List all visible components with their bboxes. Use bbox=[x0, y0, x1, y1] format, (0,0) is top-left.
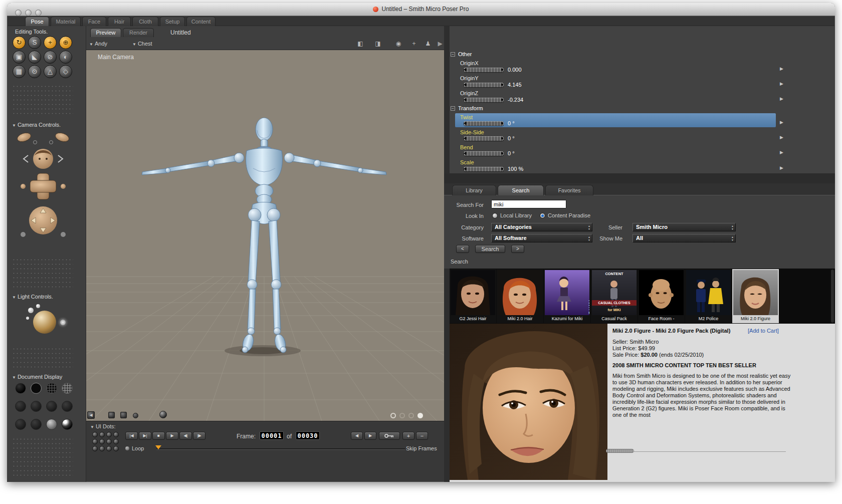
light-sphere[interactable] bbox=[33, 311, 56, 334]
figure-icon[interactable]: ♟ bbox=[424, 40, 433, 48]
current-frame-counter[interactable]: 00001 bbox=[260, 431, 284, 440]
skip-frames-label[interactable]: Skip Frames bbox=[406, 445, 437, 451]
param-menu-arrow[interactable]: ▶ bbox=[780, 135, 783, 140]
depth-cue-icon[interactable] bbox=[108, 412, 115, 418]
software-dropdown[interactable]: All Software▲▼ bbox=[491, 234, 592, 242]
morphing-tool-icon[interactable]: △ bbox=[44, 65, 57, 78]
param-menu-arrow[interactable]: ▶ bbox=[780, 165, 783, 170]
group-transform-label[interactable]: Transform bbox=[458, 105, 483, 111]
display-style-lit-wireframe[interactable] bbox=[62, 383, 73, 394]
tab-cloth[interactable]: Cloth bbox=[132, 17, 158, 26]
tracking-ball-icon[interactable] bbox=[159, 411, 167, 418]
search-result-tile[interactable]: G2 Jessi Hair bbox=[450, 269, 496, 323]
figure-menu[interactable]: ▼Andy bbox=[89, 41, 107, 47]
forward-button[interactable]: ▶ bbox=[364, 432, 376, 440]
param-label-originz[interactable]: OriginZ bbox=[460, 90, 478, 96]
tab-content[interactable]: Content bbox=[186, 17, 216, 26]
tab-preview[interactable]: Preview bbox=[90, 28, 121, 37]
chain-break-tool-icon[interactable]: ⊘ bbox=[44, 51, 57, 64]
delete-frames-button[interactable]: − bbox=[416, 432, 428, 440]
content-paradise-radio[interactable] bbox=[540, 213, 545, 218]
display-style-outline[interactable] bbox=[31, 383, 42, 394]
tab-setup[interactable]: Setup bbox=[160, 17, 185, 26]
param-label-twist[interactable]: Twist bbox=[460, 114, 473, 120]
description-scrollbar-thumb[interactable] bbox=[606, 449, 634, 453]
rewind-button[interactable]: ◀ bbox=[351, 432, 363, 440]
color-tool-icon[interactable]: ◐ bbox=[59, 51, 72, 64]
trackball-icon[interactable]: ◉ bbox=[394, 40, 403, 48]
display-style-cartoon-lined[interactable] bbox=[15, 419, 26, 430]
disclosure-icon[interactable]: ▼ bbox=[12, 295, 16, 300]
tab-hair[interactable]: Hair bbox=[108, 17, 131, 26]
ui-dot[interactable] bbox=[92, 432, 98, 437]
disclosure-icon[interactable]: ▼ bbox=[12, 375, 16, 380]
originz-dial[interactable] bbox=[464, 98, 504, 102]
ui-dot[interactable] bbox=[92, 439, 98, 444]
originx-dial[interactable] bbox=[464, 68, 504, 72]
ui-dot[interactable] bbox=[113, 439, 119, 444]
sun-icon[interactable] bbox=[60, 320, 66, 325]
next-page-button[interactable]: > bbox=[511, 245, 524, 253]
param-label-bend[interactable]: Bend bbox=[460, 144, 473, 150]
step-forward-button[interactable]: |▶ bbox=[193, 432, 205, 440]
twist-dial[interactable] bbox=[464, 121, 504, 126]
category-dropdown[interactable]: All Categories▲▼ bbox=[491, 223, 592, 231]
search-input[interactable] bbox=[491, 200, 566, 208]
preview-dot-1[interactable] bbox=[390, 413, 396, 418]
move-icon[interactable]: + bbox=[409, 40, 418, 48]
search-button[interactable]: Search bbox=[475, 245, 505, 253]
stop-button[interactable]: ■ bbox=[152, 432, 165, 440]
grouping-tool-icon[interactable]: ▦ bbox=[13, 65, 26, 78]
translate-tool-icon[interactable]: + bbox=[44, 36, 57, 49]
preview-dot-4[interactable] bbox=[417, 413, 423, 418]
end-frame-button[interactable]: ▶| bbox=[139, 432, 151, 440]
tab-library[interactable]: Library bbox=[452, 185, 496, 195]
twist-tool-icon[interactable]: S bbox=[28, 36, 41, 49]
ui-dot[interactable] bbox=[106, 446, 112, 451]
show-me-dropdown[interactable]: All▲▼ bbox=[633, 234, 736, 242]
param-value-originz[interactable]: -0.234 bbox=[508, 97, 523, 103]
ui-dot[interactable] bbox=[99, 432, 105, 437]
display-style-cartoon[interactable] bbox=[62, 401, 73, 412]
param-label-scale[interactable]: Scale bbox=[460, 159, 474, 165]
ui-dot[interactable] bbox=[99, 439, 105, 444]
description-scrollbar-track[interactable] bbox=[607, 451, 786, 452]
palette-divider[interactable] bbox=[444, 173, 835, 183]
camera-controls[interactable] bbox=[13, 130, 73, 246]
disclosure-icon[interactable]: ▼ bbox=[12, 123, 16, 128]
search-result-tile-selected[interactable]: Miki 2.0 Figure bbox=[732, 269, 779, 323]
add-keyframe-button[interactable] bbox=[379, 432, 400, 440]
display-style-flat-shaded[interactable] bbox=[31, 401, 42, 412]
shadow-toggle-icon[interactable] bbox=[120, 412, 127, 418]
camera-name-label[interactable]: Main Camera bbox=[98, 54, 134, 61]
param-label-originy[interactable]: OriginY bbox=[460, 75, 479, 81]
search-result-tile[interactable]: CONTENT CASUAL CLOTHES for MIKI Casual P… bbox=[591, 269, 638, 323]
param-label-originx[interactable]: OriginX bbox=[460, 60, 479, 66]
preview-dot-2[interactable] bbox=[399, 413, 405, 418]
scale-dial[interactable] bbox=[464, 167, 504, 171]
tab-material[interactable]: Material bbox=[51, 17, 81, 26]
light-dot[interactable] bbox=[36, 304, 40, 308]
display-style-hidden-line[interactable] bbox=[15, 401, 26, 412]
scale-tool-icon[interactable]: ▣ bbox=[13, 51, 26, 64]
param-value-twist[interactable]: 0 ° bbox=[508, 120, 515, 126]
ui-dot[interactable] bbox=[113, 432, 119, 437]
rotate-tool-icon[interactable]: ↻ bbox=[13, 36, 26, 49]
ui-dot[interactable] bbox=[106, 439, 112, 444]
play-button[interactable]: ▶ bbox=[166, 432, 178, 440]
display-style-smooth-lined[interactable] bbox=[31, 419, 42, 430]
camera-view-icon[interactable]: ◧ bbox=[356, 40, 365, 48]
param-value-originy[interactable]: 4.145 bbox=[508, 82, 522, 88]
viewport-canvas[interactable] bbox=[86, 50, 444, 421]
timeline-slider-marker[interactable] bbox=[155, 445, 161, 449]
seller-dropdown[interactable]: Smith Micro▲▼ bbox=[633, 223, 736, 231]
panel-expand-icon[interactable]: ▶ bbox=[436, 40, 445, 48]
local-library-label[interactable]: Local Library bbox=[500, 212, 532, 218]
camera-flyaround-icon[interactable]: ◨ bbox=[373, 40, 382, 48]
display-style-flat-lined[interactable] bbox=[46, 401, 57, 412]
collapse-group-icon[interactable]: − bbox=[451, 52, 455, 57]
ui-dot[interactable] bbox=[92, 446, 98, 451]
loop-label[interactable]: Loop bbox=[132, 445, 144, 451]
group-other-label[interactable]: Other bbox=[458, 51, 472, 57]
bend-dial[interactable] bbox=[464, 151, 504, 156]
